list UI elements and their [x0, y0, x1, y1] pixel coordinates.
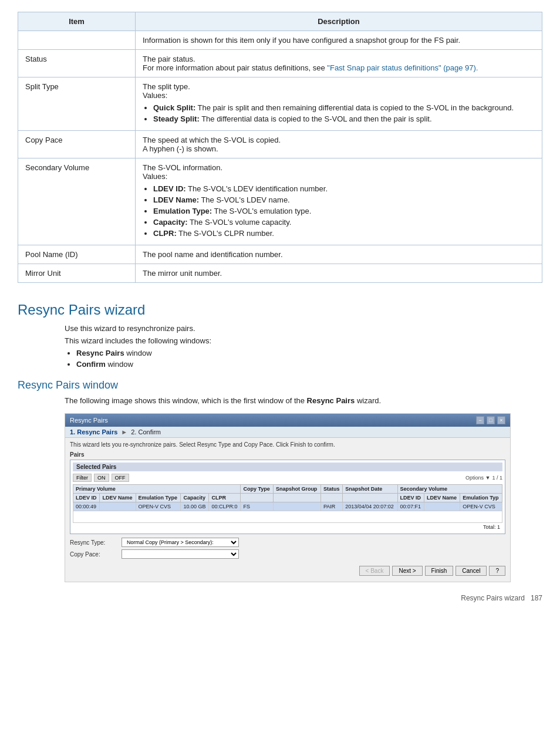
capacity-cell: 10.00 GB [181, 502, 209, 511]
desc-cell: The pair status. For more information ab… [136, 50, 542, 77]
copy-pace-select[interactable] [122, 549, 239, 559]
table-row[interactable]: 00:00:49 OPEN-V CVS 10.00 GB 00:CLPR:0 F… [73, 502, 502, 511]
snapshot-group-sub-header [273, 494, 321, 502]
item-cell [18, 31, 136, 50]
minimize-button[interactable]: − [476, 416, 484, 424]
resync-form: Resync Type: Normal Copy (Primary > Seco… [70, 538, 505, 559]
next-button[interactable]: Next > [392, 566, 422, 576]
resync-intro2: This wizard includes the following windo… [65, 336, 542, 345]
resync-intro1: Use this wizard to resynchronize pairs. [65, 324, 542, 333]
copy-type-cell: FS [241, 502, 273, 511]
resync-type-row: Resync Type: Normal Copy (Primary > Seco… [70, 538, 505, 547]
snapshot-date-header: Snapshot Date [343, 485, 397, 494]
screenshot-titlebar: Resync Pairs − □ × [65, 414, 510, 427]
item-cell: Copy Pace [18, 131, 136, 158]
sec-ldev-name-cell [424, 502, 460, 511]
copy-pace-label: Copy Pace: [70, 551, 117, 558]
capacity-header: Capacity [181, 494, 209, 502]
col-item-header: Item [18, 12, 136, 31]
sec-emulation-header: Emulation Typ [460, 494, 502, 502]
desc-cell: The speed at which the S-VOL is copied. … [136, 131, 542, 158]
screenshot-toolbar: Filter ON OFF Options ▼ 1 / 1 [73, 474, 502, 482]
resync-type-select[interactable]: Normal Copy (Primary > Secondary): [122, 538, 239, 547]
ldev-id-cell: 00:00:49 [73, 502, 100, 511]
sec-ldev-id-header: LDEV ID [397, 494, 424, 502]
total-label: Total: 1 [73, 523, 502, 531]
item-cell: Mirror Unit [18, 264, 136, 283]
desc-cell: Information is shown for this item only … [136, 31, 542, 50]
table-row [73, 511, 502, 523]
desc-cell: The S-VOL information. Values: LDEV ID: … [136, 158, 542, 245]
resync-wizard-title: Resync Pairs wizard [18, 302, 542, 318]
status-sub-header [321, 494, 342, 502]
screenshot-footer: < Back Next > Finish Cancel ? [70, 563, 505, 578]
titlebar-buttons: − □ × [476, 416, 505, 424]
pairs-table: Primary Volume Copy Type Snapshot Group … [73, 484, 502, 523]
table-row: Secondary Volume The S-VOL information. … [18, 158, 542, 245]
item-cell: Secondary Volume [18, 158, 136, 245]
bullet-confirm: Confirm window [76, 360, 542, 369]
table-row: Split Type The split type. Values: Quick… [18, 77, 542, 131]
clpr-header: CLPR [209, 494, 241, 502]
secondary-volume-header: Secondary Volume [397, 485, 502, 494]
resync-window-desc: The following image shows this window, w… [65, 396, 542, 405]
ldev-id-header: LDEV ID [73, 494, 100, 502]
table-row: Mirror Unit The mirror unit number. [18, 264, 542, 283]
resync-wizard-bullets: Resync Pairs window Confirm window [76, 349, 542, 369]
options-label[interactable]: Options ▼ [465, 475, 490, 481]
snapshot-group-cell [273, 502, 321, 511]
help-button[interactable]: ? [489, 566, 505, 576]
selected-pairs-title: Selected Pairs [73, 463, 502, 471]
filter-button[interactable]: Filter [73, 474, 92, 482]
item-cell: Status [18, 50, 136, 77]
table-row: Status The pair status. For more informa… [18, 50, 542, 77]
bullet-resync-pairs: Resync Pairs window [76, 349, 542, 357]
cancel-button[interactable]: Cancel [456, 566, 487, 576]
breadcrumb-step2: 2. Confirm [131, 428, 161, 436]
footer-text: Resync Pairs wizard [461, 594, 525, 602]
snapshot-date-cell: 2013/04/04 20:07:02 [343, 502, 397, 511]
pair-status-link[interactable]: "Fast Snap pair status definitions" (pag… [327, 63, 478, 72]
breadcrumb-step1: 1. Resync Pairs [70, 428, 117, 436]
primary-volume-header: Primary Volume [73, 485, 241, 494]
screenshot-hint: This wizard lets you re-synchronize pair… [70, 441, 505, 448]
emulation-header: Emulation Type [136, 494, 181, 502]
item-cell: Split Type [18, 77, 136, 131]
page-footer: Resync Pairs wizard 187 [18, 594, 542, 602]
col-description-header: Description [136, 12, 542, 31]
ldev-name-cell [100, 502, 136, 511]
on-button[interactable]: ON [94, 474, 109, 482]
finish-button[interactable]: Finish [425, 566, 454, 576]
off-button[interactable]: OFF [112, 474, 129, 482]
pairs-section-label: Pairs [70, 451, 505, 458]
snapshot-group-header: Snapshot Group [273, 485, 321, 494]
resync-window-title: Resync Pairs window [18, 379, 542, 391]
screenshot-breadcrumb: 1. Resync Pairs ► 2. Confirm [65, 427, 510, 438]
footer-page: 187 [531, 594, 542, 602]
copy-type-header: Copy Type [241, 485, 273, 494]
sec-emulation-cell: OPEN-V CVS [460, 502, 502, 511]
table-row: Copy Pace The speed at which the S-VOL i… [18, 131, 542, 158]
resync-pairs-screenshot: Resync Pairs − □ × 1. Resync Pairs ► 2. … [65, 413, 511, 582]
doc-table: Item Description Information is shown fo… [18, 12, 542, 283]
desc-cell: The mirror unit number. [136, 264, 542, 283]
item-cell: Pool Name (ID) [18, 245, 136, 264]
pagination: 1 / 1 [492, 475, 502, 481]
copy-type-sub-header [241, 494, 273, 502]
screenshot-body: This wizard lets you re-synchronize pair… [65, 438, 510, 582]
back-button[interactable]: < Back [359, 566, 390, 576]
selected-pairs-box: Selected Pairs Filter ON OFF Options ▼ 1… [70, 460, 505, 534]
desc-cell: The pool name and identification number. [136, 245, 542, 264]
breadcrumb-arrow: ► [121, 428, 127, 436]
ldev-name-header: LDEV Name [100, 494, 136, 502]
emulation-cell: OPEN-V CVS [136, 502, 181, 511]
sec-ldev-name-header: LDEV Name [424, 494, 460, 502]
maximize-button[interactable]: □ [487, 416, 495, 424]
status-cell: PAIR [321, 502, 342, 511]
close-button[interactable]: × [497, 416, 505, 424]
clpr-cell: 00:CLPR:0 [209, 502, 241, 511]
table-row: Information is shown for this item only … [18, 31, 542, 50]
copy-pace-row: Copy Pace: [70, 549, 505, 559]
options-area: Options ▼ 1 / 1 [465, 475, 502, 481]
snapshot-date-sub-header [343, 494, 397, 502]
